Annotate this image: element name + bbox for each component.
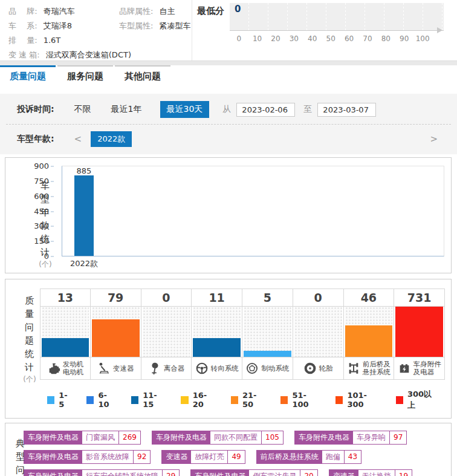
legend-item: 1-5 <box>47 391 72 409</box>
quality-category: 制动系统 <box>242 357 293 380</box>
time-option-last-30-days[interactable]: 最近30天 <box>160 101 210 118</box>
typical-problem-tag[interactable]: 变速器无法换挡19 <box>329 469 412 476</box>
info-row-displacement: 排 量: 1.6T <box>8 33 192 48</box>
info-value: 艾瑞泽8 <box>44 21 72 30</box>
quality-category-label: 制动系统 <box>261 365 289 373</box>
next-year-arrow[interactable]: > <box>430 134 438 145</box>
tab-service-problems[interactable]: 服务问题 <box>57 65 113 86</box>
typical-problem-tag[interactable]: 变速器故障灯亮49 <box>161 450 245 464</box>
vehicle-info-table: 品 牌: 奇瑞汽车 车 系: 艾瑞泽8 排 量: 1.6T 变 速 箱: 湿式双… <box>0 0 192 60</box>
tag-count: 49 <box>228 451 244 463</box>
min-score-value: 0 <box>235 4 241 15</box>
legend-item: 300以上 <box>396 389 438 411</box>
side-title-text: 质量问题统计 <box>24 294 34 374</box>
axis-tick: 70 <box>358 34 377 43</box>
x-tick-label: 2022款 <box>65 258 103 269</box>
typical-problem-tag[interactable]: 前后桥及悬挂系统跑偏43 <box>256 450 361 464</box>
tag-category: 变速器 <box>162 451 191 463</box>
tag-problem: 故障灯亮 <box>191 451 228 463</box>
model-year-label: 车型年款: <box>17 134 54 145</box>
info-value: 奇瑞汽车 <box>44 7 75 16</box>
quality-category-label: 轮胎 <box>319 365 333 373</box>
quality-category-label: 发动机 电动机 <box>63 360 84 376</box>
typical-problem-tag[interactable]: 车身附件及电器门窗漏风269 <box>24 431 141 445</box>
quality-bar-cell <box>91 307 141 357</box>
quality-bar-cell <box>192 307 242 357</box>
y-tick: 0 <box>44 252 54 261</box>
quality-bar <box>244 351 291 357</box>
quality-bar-cell <box>242 307 293 357</box>
tag-count: 43 <box>345 451 361 463</box>
min-score-chart: 0 0 10 20 30 40 50 60 70 80 90 100 <box>230 3 452 60</box>
quality-count: 731 <box>394 289 444 307</box>
legend-swatch <box>231 396 238 404</box>
min-score-title: 最低分 <box>197 3 230 60</box>
year-bar <box>74 175 94 256</box>
quality-category-label: 离合器 <box>164 365 185 373</box>
min-score-axis: 0 10 20 30 40 50 60 70 80 90 100 <box>230 34 452 43</box>
legend-item: 21-50 <box>231 391 266 409</box>
info-value: 自主 <box>160 7 175 16</box>
tab-quality-problems[interactable]: 质量问题 <box>0 65 56 86</box>
axis-tick: 90 <box>395 34 413 43</box>
info-label: 品牌属性: <box>119 7 153 16</box>
legend-label: 300以上 <box>407 389 438 411</box>
legend-item: 11-15 <box>131 391 166 409</box>
quality-category: 离合器 <box>141 357 192 380</box>
typical-problem-tag[interactable]: 车身附件及电器行车安全辅助系统故障29 <box>24 469 180 476</box>
quality-category-label: 转向系统 <box>211 365 239 373</box>
quality-category: 前后桥及 悬挂系统 <box>344 357 394 380</box>
axis-arrow-icon <box>437 27 442 33</box>
y-tick: 450 <box>34 206 54 215</box>
tag-problem: 门窗漏风 <box>82 431 119 444</box>
legend-label: 101-300 <box>347 391 381 409</box>
tag-category: 车身附件及电器 <box>152 431 210 444</box>
typical-problem-tag[interactable]: 车身附件及电器倒车雷达失灵20 <box>190 469 317 476</box>
dotted-bg <box>244 307 291 357</box>
legend-item: 101-300 <box>335 391 381 409</box>
time-option-unlimited[interactable]: 不限 <box>74 104 91 115</box>
complaint-time-row: 投诉时间: 不限 最近1年 最近30天 从 至 <box>0 100 457 119</box>
quality-column-gearbox: 79 变速器 <box>91 289 141 380</box>
legend-swatch <box>396 396 403 404</box>
y-tick: 150 <box>34 236 54 246</box>
quality-column-axle-suspension: 46 前后桥及 悬挂系统 <box>344 289 395 380</box>
quality-bar <box>193 338 241 357</box>
bar-value-label: 885 <box>77 166 92 175</box>
quality-count: 46 <box>344 289 394 307</box>
prev-year-arrow[interactable]: < <box>74 134 82 145</box>
battery-icon <box>398 362 411 375</box>
quality-category-label: 变速器 <box>113 365 134 373</box>
quality-column-brakes: 5 制动系统 <box>242 289 293 380</box>
typical-problem-tag[interactable]: 车身附件及电器车身异响97 <box>294 431 407 445</box>
legend-label: 21-50 <box>242 391 266 409</box>
legend-item: 51-100 <box>280 391 321 409</box>
tab-other-problems[interactable]: 其他问题 <box>115 65 170 86</box>
vehicle-attrs: 品牌属性: 自主 车型属性: 紧凑型车 <box>119 4 191 33</box>
quality-column-steering: 11 转向系统 <box>192 289 242 380</box>
page: 品 牌: 奇瑞汽车 车 系: 艾瑞泽8 排 量: 1.6T 变 速 箱: 湿式双… <box>0 0 457 476</box>
info-label: 变 速 箱: <box>8 50 40 59</box>
time-option-last-year[interactable]: 最近1年 <box>111 104 142 115</box>
tag-count: 97 <box>390 431 406 444</box>
typical-problem-tag[interactable]: 车身附件及电器影音系统故障92 <box>24 450 151 464</box>
legend-swatch <box>335 396 343 404</box>
date-from-input[interactable] <box>236 103 295 117</box>
legend-swatch <box>47 396 54 404</box>
min-score-panel: 最低分 0 0 10 20 30 40 50 60 70 80 90 <box>192 0 457 60</box>
quality-grid: 13 发动机 电动机 79 变速器 0 <box>40 289 445 380</box>
tag-problem: 影音系统故障 <box>82 451 134 463</box>
year-2022-button[interactable]: 2022款 <box>91 131 132 147</box>
quality-column-clutch: 0 离合器 <box>141 289 192 380</box>
tag-count: 29 <box>163 470 179 476</box>
legend-swatch <box>131 396 138 404</box>
tag-problem: 车身异响 <box>353 431 390 444</box>
typical-problem-tag[interactable]: 车身附件及电器同款不同配置105 <box>152 431 284 445</box>
typical-problems-side-title: 典型问题 (个) <box>15 437 28 476</box>
gearshift-icon <box>97 362 111 375</box>
axis-tick: 10 <box>248 34 266 43</box>
date-to-input[interactable] <box>317 103 376 117</box>
info-value: 湿式双离合变速箱(DCT) <box>46 50 131 59</box>
axis-tick: 40 <box>303 34 322 43</box>
quality-category-label: 前后桥及 悬挂系统 <box>363 360 391 376</box>
